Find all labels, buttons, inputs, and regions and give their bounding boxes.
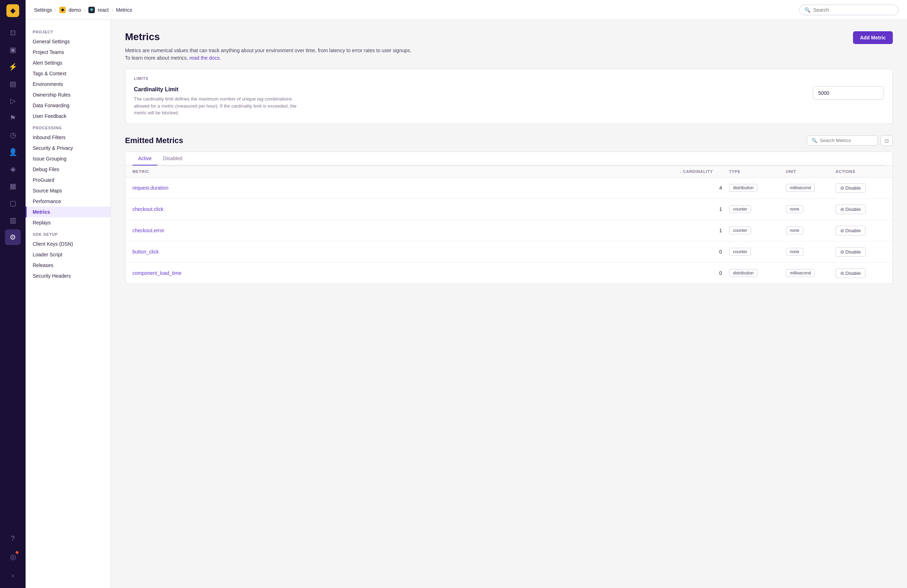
export-button[interactable]: ⊡ (881, 135, 893, 146)
metric-name-0[interactable]: request.duration (133, 185, 679, 191)
sidebar-icon-alerts[interactable]: ⚑ (5, 110, 21, 126)
global-search-input[interactable] (813, 7, 893, 13)
metric-type-1: counter (729, 205, 786, 213)
sidebar-icon-discover[interactable]: ◈ (5, 161, 21, 177)
metric-unit-4: millisecond (786, 269, 836, 277)
metric-name-1[interactable]: checkout.click (133, 206, 679, 212)
search-metrics-icon: 🔍 (811, 138, 817, 143)
add-metric-button[interactable]: Add Metric (853, 31, 893, 44)
disable-button-2[interactable]: ⊘ Disable (836, 226, 865, 236)
metric-name-3[interactable]: button_click (133, 249, 679, 255)
nav-security-privacy[interactable]: Security & Privacy (26, 143, 111, 154)
nav-performance[interactable]: Performance (26, 196, 111, 207)
metric-actions-4: ⊘ Disable (836, 268, 885, 278)
nav-security-headers[interactable]: Security Headers (26, 271, 111, 281)
metric-cardinality-0: 4 (679, 185, 729, 191)
sdk-section-label: SDK SETUP (26, 228, 111, 239)
sidebar-icon-settings[interactable]: ⚙ (5, 229, 21, 245)
disable-button-3[interactable]: ⊘ Disable (836, 247, 865, 257)
sidebar-icon-history[interactable]: ◷ (5, 127, 21, 143)
table-row: button_click 0 counter none ⊘ Disable (125, 242, 893, 263)
app-logo[interactable]: ◆ (6, 4, 19, 17)
sidebar-icon-users[interactable]: 👤 (5, 144, 21, 160)
sidebar-icon-widget[interactable]: ▦ (5, 178, 21, 194)
sidebar-icon-chart[interactable]: ▥ (5, 212, 21, 228)
nav-metrics[interactable]: Metrics (26, 207, 111, 217)
breadcrumb-settings[interactable]: Settings (34, 7, 52, 13)
left-sidebar: PROJECT General Settings Project Teams A… (26, 20, 111, 588)
sidebar-icon-performance[interactable]: ▷ (5, 93, 21, 109)
nav-environments[interactable]: Environments (26, 79, 111, 90)
metric-name-4[interactable]: component_load_time (133, 270, 679, 276)
cardinality-limit-input[interactable] (813, 86, 884, 100)
metric-actions-2: ⊘ Disable (836, 226, 885, 236)
breadcrumb-react-icon: ⚛ (88, 7, 95, 13)
global-search-icon: 🔍 (804, 7, 811, 13)
disable-button-1[interactable]: ⊘ Disable (836, 205, 865, 214)
disable-button-0[interactable]: ⊘ Disable (836, 183, 865, 193)
sidebar-icon-dashboards[interactable]: ▤ (5, 76, 21, 91)
nav-general-settings[interactable]: General Settings (26, 36, 111, 47)
icon-sidebar: ◆ ⊡ ▣ ⚡ ▤ ▷ ⚑ ◷ 👤 ◈ ▦ ▢ ▥ ⚙ ? ◎ › (0, 0, 26, 588)
cardinality-description: The cardinality limit defines the maximu… (134, 96, 304, 117)
metric-unit-0: millisecond (786, 184, 836, 192)
processing-section-label: PROCESSING (26, 122, 111, 132)
top-header: Settings › ◆ demo › ⚛ react › Metrics 🔍 (26, 0, 907, 20)
limits-card: LIMITS Cardinality Limit The cardinality… (125, 69, 893, 124)
nav-source-maps[interactable]: Source Maps (26, 185, 111, 196)
nav-client-keys[interactable]: Client Keys (DSN) (26, 239, 111, 249)
sidebar-icon-broadcast[interactable]: ◎ (5, 549, 21, 565)
project-section-label: PROJECT (26, 26, 111, 36)
emitted-metrics-header: Emitted Metrics 🔍 ⊡ (125, 135, 893, 146)
read-docs-link[interactable]: read the docs. (189, 55, 221, 61)
metric-name-2[interactable]: checkout.error (133, 228, 679, 233)
sidebar-icon-box[interactable]: ▢ (5, 195, 21, 211)
nav-alert-settings[interactable]: Alert Settings (26, 58, 111, 68)
sidebar-icon-activity[interactable]: ⚡ (5, 59, 21, 75)
sidebar-icon-releases[interactable]: ▣ (5, 42, 21, 58)
cardinality-title: Cardinality Limit (134, 86, 304, 93)
breadcrumb-react[interactable]: react (98, 7, 109, 13)
col-cardinality[interactable]: ↓ CARDINALITY (679, 169, 729, 174)
breadcrumb-demo-icon: ◆ (59, 7, 66, 13)
nav-user-feedback[interactable]: User Feedback (26, 111, 111, 122)
nav-data-forwarding[interactable]: Data Forwarding (26, 100, 111, 111)
main-wrapper: Settings › ◆ demo › ⚛ react › Metrics 🔍 … (26, 0, 907, 588)
breadcrumb-demo[interactable]: demo (69, 7, 81, 13)
nav-inbound-filters[interactable]: Inbound Filters (26, 132, 111, 143)
col-type: TYPE (729, 169, 786, 174)
nav-releases[interactable]: Releases (26, 260, 111, 271)
table-row: checkout.error 1 counter none ⊘ Disable (125, 220, 893, 242)
sidebar-icon-help[interactable]: ? (5, 530, 21, 546)
nav-replays[interactable]: Replays (26, 217, 111, 228)
metric-type-0: distribution (729, 184, 786, 192)
sidebar-icon-issues[interactable]: ⊡ (5, 25, 21, 40)
table-header: METRIC ↓ CARDINALITY TYPE UNIT ACTIONS (125, 166, 893, 178)
metric-type-2: counter (729, 226, 786, 234)
metric-actions-1: ⊘ Disable (836, 205, 885, 214)
metrics-tabs: Active Disabled (125, 152, 893, 166)
nav-proguard[interactable]: ProGuard (26, 175, 111, 185)
global-search-box[interactable]: 🔍 (799, 5, 899, 15)
nav-issue-grouping[interactable]: Issue Grouping (26, 154, 111, 164)
nav-loader-script[interactable]: Loader Script (26, 249, 111, 260)
search-metrics-box[interactable]: 🔍 (807, 135, 878, 146)
main-content: Metrics Metrics are numerical values tha… (111, 20, 907, 588)
nav-tags-context[interactable]: Tags & Context (26, 68, 111, 79)
emitted-metrics-table-container: Active Disabled METRIC ↓ CARDINALITY TYP… (125, 152, 893, 284)
nav-project-teams[interactable]: Project Teams (26, 47, 111, 58)
search-metrics-input[interactable] (820, 138, 873, 143)
metric-type-4: distribution (729, 269, 786, 277)
table-row: request.duration 4 distribution millisec… (125, 178, 893, 199)
tab-active[interactable]: Active (133, 152, 157, 165)
disable-button-4[interactable]: ⊘ Disable (836, 268, 865, 278)
metric-unit-2: none (786, 226, 836, 234)
page-description: Metrics are numerical values that can tr… (125, 47, 416, 62)
nav-ownership-rules[interactable]: Ownership Rules (26, 90, 111, 100)
tab-disabled[interactable]: Disabled (157, 152, 188, 165)
sidebar-collapse-icon[interactable]: › (5, 567, 21, 583)
col-unit: UNIT (786, 169, 836, 174)
limits-section-label: LIMITS (134, 76, 884, 81)
nav-debug-files[interactable]: Debug Files (26, 164, 111, 175)
metric-actions-3: ⊘ Disable (836, 247, 885, 257)
